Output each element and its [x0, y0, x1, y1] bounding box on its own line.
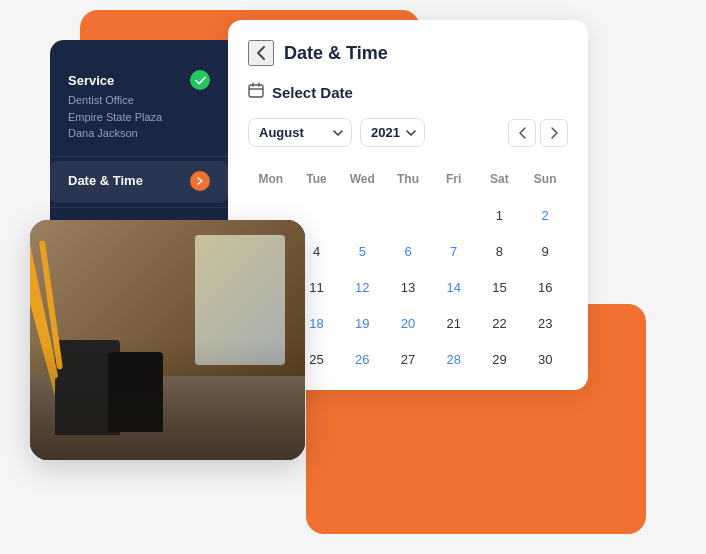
- day-13[interactable]: 13: [385, 271, 431, 303]
- datetime-arrow-badge: [190, 171, 210, 191]
- next-month-button[interactable]: [540, 119, 568, 147]
- calendar-icon: [248, 82, 264, 102]
- day-6[interactable]: 6: [385, 235, 431, 267]
- day-7[interactable]: 7: [431, 235, 477, 267]
- day-empty: [431, 379, 477, 411]
- day-empty: [339, 379, 385, 411]
- header-sun: Sun: [522, 163, 568, 195]
- day-29[interactable]: 29: [477, 343, 523, 375]
- gym-image: [30, 220, 305, 460]
- day-16[interactable]: 16: [522, 271, 568, 303]
- day-2[interactable]: 2: [522, 199, 568, 231]
- person1: [55, 340, 120, 435]
- service-sub1: Dentist Office: [68, 92, 210, 109]
- person2: [108, 352, 163, 432]
- day-empty: [385, 379, 431, 411]
- day-23[interactable]: 23: [522, 307, 568, 339]
- sidebar-item-service[interactable]: Service Dentist Office Empire State Plaz…: [50, 60, 228, 152]
- prev-month-button[interactable]: [508, 119, 536, 147]
- header-sat: Sat: [477, 163, 523, 195]
- month-year-row: August January February March April May …: [248, 118, 568, 147]
- year-select[interactable]: 2021 2020 2022 2023: [360, 118, 425, 147]
- day-empty: [385, 199, 431, 231]
- select-date-label: Select Date: [272, 84, 353, 101]
- day-1[interactable]: 1: [477, 199, 523, 231]
- day-12[interactable]: 12: [339, 271, 385, 303]
- gym-photo-card: [30, 220, 305, 460]
- divider-1: [50, 156, 228, 157]
- day-22[interactable]: 22: [477, 307, 523, 339]
- service-sub2: Empire State Plaza: [68, 109, 210, 126]
- gym-floor: [30, 376, 305, 460]
- day-30[interactable]: 30: [522, 343, 568, 375]
- svg-rect-2: [249, 85, 263, 97]
- calendar-title: Date & Time: [284, 43, 388, 64]
- select-date-row: Select Date: [248, 82, 568, 102]
- day-empty: [522, 379, 568, 411]
- calendar-day-headers: Mon Tue Wed Thu Fri Sat Sun: [248, 163, 568, 195]
- day-empty: [477, 379, 523, 411]
- day-20[interactable]: 20: [385, 307, 431, 339]
- divider-2: [50, 207, 228, 208]
- day-19[interactable]: 19: [339, 307, 385, 339]
- day-empty: [339, 199, 385, 231]
- day-28[interactable]: 28: [431, 343, 477, 375]
- day-empty: [431, 199, 477, 231]
- day-5[interactable]: 5: [339, 235, 385, 267]
- sidebar-item-datetime[interactable]: Date & Time: [50, 161, 228, 203]
- service-label: Service: [68, 73, 114, 88]
- calendar-header: Date & Time: [248, 40, 568, 66]
- service-sub3: Dana Jackson: [68, 125, 210, 142]
- month-select[interactable]: August January February March April May …: [248, 118, 352, 147]
- header-tue: Tue: [294, 163, 340, 195]
- header-wed: Wed: [339, 163, 385, 195]
- back-button[interactable]: [248, 40, 274, 66]
- day-14[interactable]: 14: [431, 271, 477, 303]
- nav-buttons: [508, 119, 568, 147]
- day-27[interactable]: 27: [385, 343, 431, 375]
- day-26[interactable]: 26: [339, 343, 385, 375]
- gym-window: [195, 235, 285, 365]
- day-21[interactable]: 21: [431, 307, 477, 339]
- header-thu: Thu: [385, 163, 431, 195]
- datetime-label: Date & Time: [68, 173, 143, 188]
- day-9[interactable]: 9: [522, 235, 568, 267]
- service-check-badge: [190, 70, 210, 90]
- header-mon: Mon: [248, 163, 294, 195]
- day-8[interactable]: 8: [477, 235, 523, 267]
- header-fri: Fri: [431, 163, 477, 195]
- day-15[interactable]: 15: [477, 271, 523, 303]
